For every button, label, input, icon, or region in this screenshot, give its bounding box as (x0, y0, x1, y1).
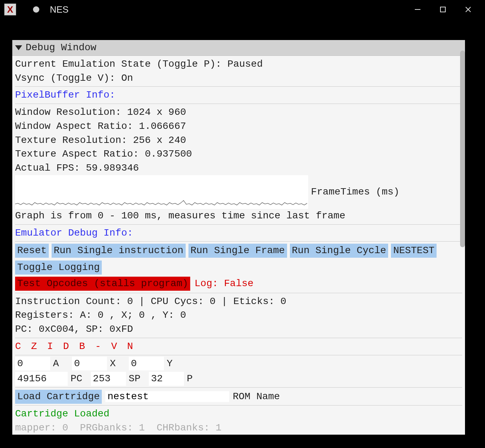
maximize-button[interactable] (430, 1, 456, 18)
register-table: 0 A 0 X 0 Y (15, 357, 462, 371)
reg-sp-label: SP (127, 372, 143, 386)
reg-a-label: A (51, 357, 66, 371)
instruction-counters: Instruction Count: 0 | CPU Cycs: 0 | Eti… (15, 295, 462, 309)
svg-rect-1 (440, 7, 445, 12)
app-icon: X (4, 4, 16, 15)
close-button[interactable] (456, 1, 481, 18)
cpu-flags: C Z I D B - V N (15, 340, 462, 354)
rom-name-label: ROM Name (233, 390, 280, 404)
graph-caption: Graph is from 0 - 100 ms, measures time … (15, 209, 462, 223)
reg-pc-label: PC (68, 372, 85, 386)
debug-window-panel: Debug Window Current Emulation State (To… (12, 40, 465, 435)
rom-name-input[interactable] (105, 391, 229, 402)
vsync-label: Vsync (Toggle V): (15, 73, 121, 84)
vsync-value: On (121, 73, 133, 84)
run-single-cycle-button[interactable]: Run Single Cycle (290, 244, 388, 258)
toggle-logging-button[interactable]: Toggle Logging (15, 261, 102, 275)
run-single-instruction-button[interactable]: Run Single instruction (52, 244, 186, 258)
reg-a-value[interactable]: 0 (15, 357, 50, 371)
log-value: False (224, 278, 253, 289)
reg-p-value[interactable]: 32 (149, 372, 184, 386)
panel-title: Debug Window (26, 41, 97, 55)
window-aspect: Window Aspect Ratio: 1.066667 (15, 119, 462, 133)
pixelbuffer-header: PixelBuffer Info: (15, 88, 462, 102)
pc-sp-line: PC: 0xC004, SP: 0xFD (15, 322, 462, 336)
close-icon (465, 6, 472, 13)
frametimes-label: FrameTimes (ms) (311, 185, 399, 199)
reg-pc-value[interactable]: 49156 (15, 372, 68, 386)
nestest-button[interactable]: NESTEST (391, 244, 437, 258)
minimize-button[interactable] (405, 1, 430, 18)
emulator-debug-header: Emulator Debug Info: (15, 226, 462, 240)
vsync-row: Vsync (Toggle V): On (15, 71, 462, 85)
mapper-info: mapper: 0 PRGbanks: 1 CHRbanks: 1 (15, 421, 462, 435)
texture-resolution: Texture Resolution: 256 x 240 (15, 133, 462, 147)
texture-aspect: Texture Aspect Ratio: 0.937500 (15, 147, 462, 161)
log-label: Log: (194, 278, 224, 289)
emu-state-row: Current Emulation State (Toggle P): Paus… (15, 57, 462, 71)
frametimes-graph (15, 175, 308, 209)
log-status: Log: False (194, 277, 253, 291)
reg-p-label: P (185, 372, 199, 386)
reg-x-value[interactable]: 0 (72, 357, 107, 371)
modified-indicator-icon (33, 6, 39, 13)
run-single-frame-button[interactable]: Run Single Frame (188, 244, 287, 258)
load-cartridge-button[interactable]: Load Cartridge (15, 390, 102, 404)
window-titlebar: X NES (0, 0, 485, 19)
minimize-icon (414, 6, 421, 13)
scrollbar-thumb[interactable] (460, 51, 465, 247)
maximize-icon (440, 6, 446, 13)
reset-button[interactable]: Reset (15, 244, 49, 258)
reg-sp-value[interactable]: 253 (91, 372, 126, 386)
panel-header[interactable]: Debug Window (12, 40, 465, 56)
registers-line: Registers: A: 0 , X; 0 , Y: 0 (15, 308, 462, 322)
test-opcodes-button[interactable]: Test Opcodes (stalls program) (15, 277, 190, 291)
reg-x-label: X (108, 357, 122, 371)
window-resolution: Window Resolution: 1024 x 960 (15, 105, 462, 119)
reg-y-label: Y (165, 357, 179, 371)
reg-y-value[interactable]: 0 (129, 357, 164, 371)
emu-state-label: Current Emulation State (Toggle P): (15, 59, 227, 70)
window-title: NES (50, 4, 405, 15)
emu-state-value: Paused (227, 59, 263, 70)
actual-fps: Actual FPS: 59.989346 (15, 161, 462, 175)
cartridge-status: Cartridge Loaded (15, 407, 462, 421)
collapse-triangle-icon (15, 45, 22, 50)
